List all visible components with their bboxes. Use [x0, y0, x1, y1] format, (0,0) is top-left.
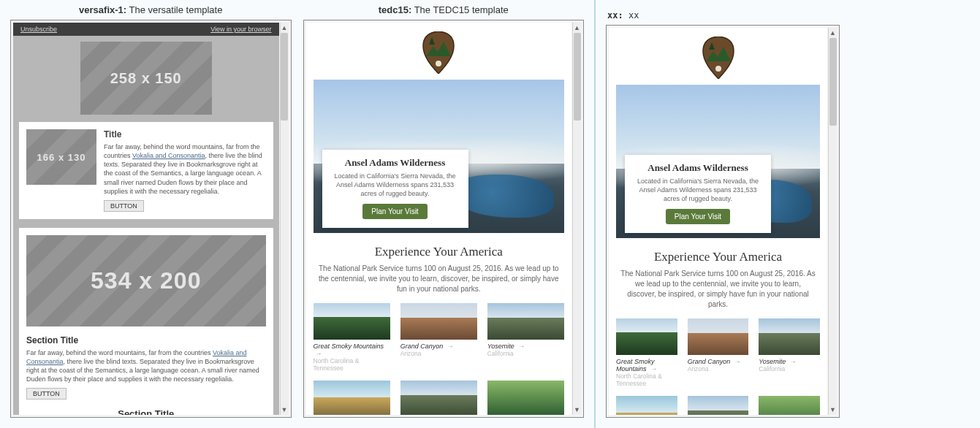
park-thumb	[759, 318, 820, 355]
arrow-right-icon: →	[518, 343, 525, 350]
section-title: Section Title	[26, 335, 266, 345]
park-thumb	[616, 396, 677, 415]
scroll-thumb[interactable]	[574, 33, 581, 121]
template-preview-frame: Ansel Adams Wilderness Located in Califo…	[303, 20, 585, 418]
scrollbar[interactable]: ▲ ▼	[828, 28, 837, 415]
scrollbar[interactable]: ▲ ▼	[572, 23, 581, 415]
svg-point-1	[715, 66, 721, 72]
park-tile[interactable]: Yosemite →California	[487, 303, 564, 372]
section-title-center: Section Title	[26, 408, 266, 415]
article-title: Title	[104, 129, 266, 140]
template-card-tedc15[interactable]: tedc15: The TEDC15 template	[303, 0, 585, 418]
hero-card-title: Ansel Adams Wilderness	[634, 162, 762, 174]
scroll-thumb[interactable]	[829, 38, 837, 126]
plan-visit-button[interactable]: Plan Your Visit	[666, 209, 730, 224]
park-tile[interactable]: Great Smoky Mountains →North Carolina & …	[616, 318, 677, 387]
big-placeholder: 534 x 200	[26, 235, 266, 326]
hero-card-body: Located in California's Sierra Nevada, t…	[634, 177, 762, 203]
preview-scroll-area[interactable]: Unsubscribe View in your browser 258 x 1…	[13, 23, 279, 415]
right-preview-pane: xx: xx Ansel Adams Wild	[595, 0, 980, 428]
article-link[interactable]: Vokalia and Consonantia	[132, 152, 205, 159]
parks-grid: Great Smoky Mountains →North Carolina & …	[314, 303, 565, 415]
park-tile[interactable]: Rocky Mountain →	[400, 381, 477, 415]
scroll-down-icon[interactable]: ▼	[573, 405, 582, 415]
park-location: North Carolina & Tennessee	[314, 357, 390, 372]
park-location: California	[759, 365, 820, 372]
scroll-down-icon[interactable]: ▼	[829, 405, 837, 415]
park-location: North Carolina & Tennessee	[616, 372, 677, 387]
template-title: tedc15: The TEDC15 template	[303, 0, 585, 20]
section-body: The National Park Service turns 100 on A…	[318, 264, 561, 294]
article-body: Far far away, behind the word mountains,…	[104, 142, 266, 196]
park-name: Great Smoky Mountains →	[314, 343, 390, 357]
scroll-up-icon[interactable]: ▲	[573, 23, 582, 33]
hero-image: Ansel Adams Wilderness Located in Califo…	[314, 80, 565, 233]
park-name: Yosemite →	[487, 343, 564, 350]
nps-email: Ansel Adams Wilderness Located in Califo…	[609, 28, 827, 415]
park-thumb	[400, 381, 477, 415]
scrollbar[interactable]: ▲ ▼	[280, 23, 289, 415]
park-tile[interactable]: Olympic →	[487, 381, 564, 415]
park-tile[interactable]: Yellowstone →	[314, 381, 390, 415]
article-thumb-placeholder: 166 x 130	[26, 129, 96, 185]
park-tile[interactable]: Rocky Mountain →	[688, 396, 749, 415]
scroll-down-icon[interactable]: ▼	[280, 405, 289, 415]
unsubscribe-link[interactable]: Unsubscribe	[20, 26, 57, 33]
arrow-right-icon: →	[447, 343, 454, 350]
nps-email: Ansel Adams Wilderness Located in Califo…	[306, 23, 572, 415]
park-name: Grand Canyon →	[400, 343, 477, 350]
park-name: Grand Canyon →	[688, 358, 749, 365]
template-card-right[interactable]: xx: xx Ansel Adams Wild	[606, 10, 970, 418]
versafix-email: Unsubscribe View in your browser 258 x 1…	[13, 23, 279, 415]
scroll-thumb[interactable]	[281, 33, 288, 121]
section-button[interactable]: BUTTON	[26, 388, 67, 400]
hero-card-title: Ansel Adams Wilderness	[331, 157, 460, 169]
park-tile[interactable]: Grand Canyon →Arizona	[688, 318, 749, 387]
arrow-right-icon: →	[734, 358, 741, 365]
preview-scroll-area[interactable]: Ansel Adams Wilderness Located in Califo…	[609, 28, 827, 415]
big-image-panel: 534 x 200 Section Title Far far away, be…	[19, 228, 273, 415]
plan-visit-button[interactable]: Plan Your Visit	[362, 204, 427, 219]
park-tile[interactable]: Great Smoky Mountains →North Carolina & …	[314, 303, 390, 372]
svg-point-0	[436, 61, 441, 66]
section-body: The National Park Service turns 100 on A…	[620, 269, 816, 310]
hero-placeholder: 258 x 150	[80, 42, 212, 115]
park-thumb	[314, 303, 390, 340]
scroll-up-icon[interactable]: ▲	[280, 23, 289, 33]
parks-grid: Great Smoky Mountains →North Carolina & …	[616, 318, 820, 415]
hero-overlay-card: Ansel Adams Wilderness Located in Califo…	[322, 150, 468, 228]
template-preview-frame: Unsubscribe View in your browser 258 x 1…	[10, 20, 292, 418]
park-thumb	[688, 396, 749, 415]
arrow-right-icon: →	[790, 358, 797, 365]
park-thumb	[759, 396, 820, 415]
preview-scroll-area[interactable]: Ansel Adams Wilderness Located in Califo…	[306, 23, 572, 415]
park-thumb	[400, 303, 477, 340]
template-title: xx: xx	[606, 10, 970, 25]
template-card-versafix[interactable]: versafix-1: The versatile template Unsub…	[10, 0, 292, 418]
template-gallery: versafix-1: The versatile template Unsub…	[0, 0, 595, 428]
hero-image: Ansel Adams Wilderness Located in Califo…	[616, 85, 820, 238]
arrow-right-icon: →	[316, 350, 322, 357]
park-location: Arizona	[688, 365, 749, 372]
article-panel: 166 x 130 Title Far far away, behind the…	[19, 122, 273, 219]
hero-overlay-card: Ansel Adams Wilderness Located in Califo…	[625, 155, 771, 233]
park-tile[interactable]: Yosemite →California	[759, 318, 820, 387]
park-thumb	[487, 303, 564, 340]
article-button[interactable]: BUTTON	[104, 200, 144, 212]
park-thumb	[314, 381, 390, 415]
park-tile[interactable]: Olympic →	[759, 396, 820, 415]
section-title: Experience Your America	[616, 250, 820, 264]
park-location: Arizona	[400, 350, 477, 357]
hero-card-body: Located in California's Sierra Nevada, t…	[331, 172, 460, 198]
park-tile[interactable]: Yellowstone →	[616, 396, 677, 415]
park-thumb	[688, 318, 749, 355]
arrow-right-icon: →	[650, 365, 657, 372]
park-thumb	[616, 318, 677, 355]
view-browser-link[interactable]: View in your browser	[210, 26, 271, 33]
park-tile[interactable]: Grand Canyon →Arizona	[400, 303, 477, 372]
park-location: California	[487, 350, 564, 357]
park-name: Great Smoky Mountains →	[616, 358, 677, 372]
scroll-up-icon[interactable]: ▲	[829, 28, 837, 38]
section-title: Experience Your America	[314, 245, 565, 259]
section-body: Far far away, behind the word mountains,…	[26, 348, 266, 384]
